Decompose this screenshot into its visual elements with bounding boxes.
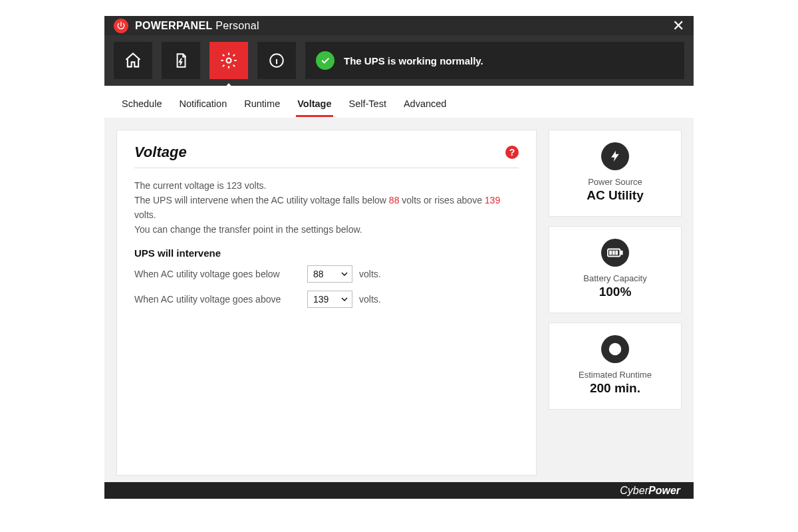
battery-icon: [601, 239, 629, 267]
svg-point-0: [227, 59, 231, 63]
nav-icons: [114, 42, 296, 79]
intervene-heading: UPS will intervene: [134, 247, 519, 259]
high-voltage-select[interactable]: 139: [307, 291, 352, 308]
content-area: Voltage ? The current voltage is 123 vol…: [104, 118, 694, 482]
nav-home[interactable]: [114, 42, 152, 79]
panel-title: Voltage: [134, 144, 187, 161]
info-icon: [268, 52, 285, 69]
side-stats: Power Source AC Utility Battery Capacity…: [549, 130, 682, 475]
stat-battery: Battery Capacity 100%: [549, 226, 682, 313]
footer-brand-a: Cyber: [620, 485, 648, 496]
desc-2a: The UPS will intervene when the AC utili…: [134, 195, 389, 205]
home-icon: [124, 51, 142, 70]
desc-1b: volts.: [242, 180, 267, 191]
desc-high-threshold: 139: [485, 195, 500, 205]
desc-3: You can change the transfer point in the…: [134, 224, 362, 235]
row-high-unit: volts.: [359, 294, 381, 305]
stat-runtime-label: Estimated Runtime: [556, 370, 674, 380]
row-low-unit: volts.: [359, 269, 381, 279]
tab-notification[interactable]: Notification: [179, 92, 227, 116]
footer-brand: CyberPower: [620, 485, 680, 497]
chevron-down-icon: [341, 296, 348, 303]
tab-selftest[interactable]: Self-Test: [349, 92, 386, 116]
stat-power-value: AC Utility: [556, 188, 674, 203]
body: Schedule Notification Runtime Voltage Se…: [104, 86, 694, 482]
desc-current-volts: 123: [227, 180, 242, 191]
tab-advanced[interactable]: Advanced: [404, 92, 447, 116]
brand-text: POWERPANEL Personal: [135, 20, 259, 32]
svg-rect-3: [620, 251, 622, 255]
footer-brand-b: Power: [648, 485, 680, 496]
help-icon[interactable]: ?: [505, 146, 519, 159]
row-low: When AC utility voltage goes below 88 vo…: [134, 265, 519, 283]
svg-rect-5: [612, 251, 614, 255]
brand-bold-2: PANEL: [176, 20, 213, 31]
tab-schedule[interactable]: Schedule: [122, 92, 162, 116]
panel-header: Voltage ?: [134, 144, 519, 168]
brand-subtitle: Personal: [215, 20, 259, 31]
svg-rect-4: [610, 251, 612, 255]
nav-info[interactable]: [257, 42, 296, 79]
brand-bold-1: POWER: [135, 20, 176, 31]
stat-power-label: Power Source: [556, 177, 674, 187]
low-voltage-value: 88: [313, 269, 324, 279]
high-voltage-value: 139: [313, 294, 329, 305]
nav-settings[interactable]: [209, 42, 248, 79]
footer: CyberPower: [104, 482, 694, 499]
chevron-down-icon: [341, 271, 348, 277]
row-high: When AC utility voltage goes above 139 v…: [134, 291, 519, 308]
settings-tabs: Schedule Notification Runtime Voltage Se…: [104, 86, 694, 118]
stat-runtime: Estimated Runtime 200 min.: [549, 323, 682, 410]
voltage-panel: Voltage ? The current voltage is 123 vol…: [116, 130, 537, 475]
stat-battery-label: Battery Capacity: [556, 273, 674, 283]
low-voltage-select[interactable]: 88: [307, 265, 352, 283]
stat-power-source: Power Source AC Utility: [549, 130, 682, 217]
status-ok-icon: [316, 51, 334, 70]
desc-low-threshold: 88: [389, 195, 400, 205]
stat-runtime-value: 200 min.: [556, 381, 674, 396]
upper-bar: The UPS is working normally.: [104, 35, 694, 86]
app-window: POWERPANEL Personal ✕ The UPS is workin: [104, 16, 694, 499]
status-text: The UPS is working normally.: [344, 55, 483, 66]
clock-icon: [601, 335, 629, 363]
tab-runtime[interactable]: Runtime: [244, 92, 280, 116]
row-high-label: When AC utility voltage goes above: [134, 294, 301, 305]
status-bar: The UPS is working normally.: [305, 42, 684, 79]
bolt-icon: [601, 142, 629, 170]
tab-voltage[interactable]: Voltage: [297, 92, 331, 116]
desc-2b: volts or rises above: [399, 195, 484, 205]
close-icon[interactable]: ✕: [672, 17, 684, 35]
gear-icon: [219, 51, 238, 70]
nav-report[interactable]: [162, 42, 200, 79]
svg-rect-6: [616, 251, 618, 255]
row-low-label: When AC utility voltage goes below: [134, 269, 301, 279]
stat-battery-value: 100%: [556, 285, 674, 299]
title-bar: POWERPANEL Personal ✕: [104, 16, 694, 35]
desc-2c: volts.: [134, 209, 156, 220]
document-bolt-icon: [172, 52, 190, 69]
brand-power-icon: [114, 19, 128, 33]
desc-1a: The current voltage is: [134, 180, 227, 191]
voltage-description: The current voltage is 123 volts. The UP…: [134, 179, 519, 237]
